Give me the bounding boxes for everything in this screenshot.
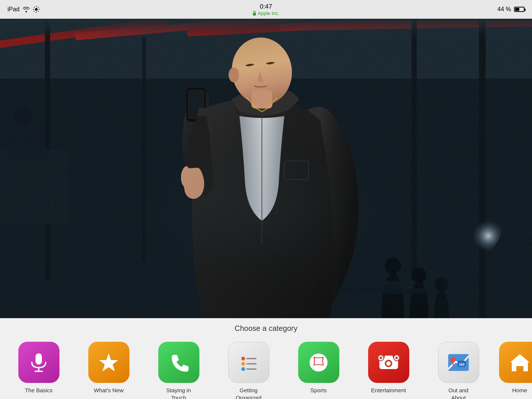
device-name: iPad: [7, 6, 19, 13]
app-item-sports[interactable]: Sports: [284, 342, 354, 394]
app-label-out-and-about: Out and About: [449, 387, 468, 399]
svg-point-64: [310, 353, 328, 371]
app-item-getting-organized[interactable]: Getting Organized: [214, 342, 284, 399]
baseball-icon: [306, 350, 331, 375]
app-icons-row: The Basics What's New Staying in Touch: [0, 342, 532, 399]
list-icon: [236, 350, 261, 375]
svg-rect-9: [253, 13, 256, 15]
svg-point-60: [241, 362, 245, 366]
svg-line-5: [34, 7, 35, 8]
status-left: iPad: [7, 6, 40, 13]
status-bar: iPad 0:47 Apple Inc.: [0, 0, 532, 19]
film-grain: [0, 19, 532, 318]
hero-image: [0, 19, 532, 318]
app-label-whats-new: What's New: [94, 387, 124, 394]
app-item-out-and-about[interactable]: 280 Out and About: [424, 342, 493, 399]
svg-point-0: [35, 8, 38, 11]
app-icon-sports[interactable]: [298, 342, 339, 383]
app-label-the-basics: The Basics: [25, 387, 52, 394]
svg-point-62: [241, 367, 245, 371]
app-item-whats-new[interactable]: What's New: [74, 342, 144, 394]
app-icon-whats-new[interactable]: [88, 342, 129, 383]
app-label-entertainment: Entertainment: [371, 387, 406, 394]
status-url: Apple Inc.: [253, 10, 279, 16]
app-item-the-basics[interactable]: The Basics: [4, 342, 74, 394]
app-icon-getting-organized[interactable]: [228, 342, 269, 383]
battery-icon: [514, 7, 525, 12]
app-item-staying-in-touch[interactable]: Staying in Touch: [144, 342, 214, 399]
svg-point-58: [241, 357, 245, 360]
brightness-icon: [33, 6, 40, 13]
camera-icon: [376, 350, 401, 375]
map-icon: 280: [446, 350, 471, 375]
choose-category-label: Choose a category: [235, 324, 297, 333]
app-label-home: Home: [512, 387, 527, 394]
status-time: 0:47: [260, 3, 272, 10]
battery-indicator: [514, 7, 525, 12]
svg-point-77: [450, 357, 456, 362]
phone-icon: [166, 350, 191, 375]
svg-point-70: [380, 357, 382, 359]
svg-rect-54: [36, 353, 42, 365]
battery-fill: [515, 8, 519, 11]
svg-rect-68: [385, 356, 393, 359]
svg-point-67: [386, 361, 391, 366]
app-item-entertainment[interactable]: Entertainment: [354, 342, 424, 394]
svg-line-6: [38, 11, 39, 12]
status-right: 44 %: [498, 6, 525, 13]
svg-line-8: [34, 11, 35, 12]
app-icon-home[interactable]: [499, 342, 532, 383]
bottom-panel: Choose a category The Basics What's Ne: [0, 318, 532, 399]
microphone-icon: [27, 350, 51, 375]
svg-point-72: [395, 357, 398, 359]
url-text: Apple Inc.: [258, 10, 279, 16]
svg-line-7: [38, 7, 39, 8]
star-icon: [97, 350, 121, 375]
svg-marker-57: [99, 353, 118, 371]
house-icon: [508, 350, 532, 375]
app-label-getting-organized: Getting Organized: [236, 387, 262, 399]
status-center: 0:47 Apple Inc.: [253, 3, 279, 16]
app-icon-staying-in-touch[interactable]: [158, 342, 199, 383]
app-icon-entertainment[interactable]: [368, 342, 409, 383]
svg-text:280: 280: [459, 363, 464, 366]
app-label-sports: Sports: [311, 387, 327, 394]
battery-percent: 44 %: [498, 6, 511, 13]
wifi-icon: [22, 6, 30, 12]
app-label-staying-in-touch: Staying in Touch: [166, 387, 191, 399]
app-item-home[interactable]: Home: [493, 342, 532, 394]
lock-icon: [253, 11, 256, 16]
app-icon-the-basics[interactable]: [18, 342, 59, 383]
app-icon-out-and-about[interactable]: 280: [438, 342, 479, 383]
